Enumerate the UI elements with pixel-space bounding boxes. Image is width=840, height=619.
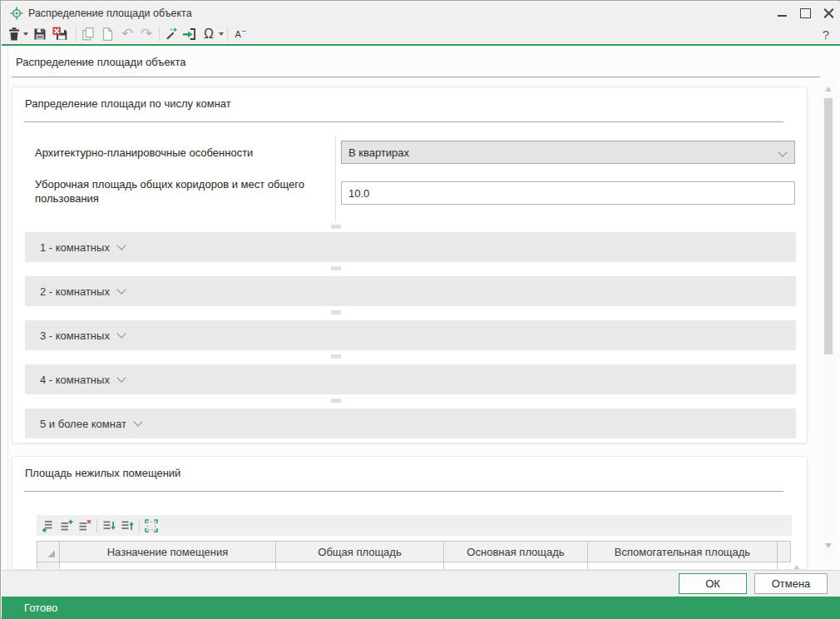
delete-row-icon [78,519,91,532]
table-cell[interactable] [444,562,588,570]
chevron-down-icon [116,240,126,250]
rooms-section-card: Рапределение площади по числу комнат Арх… [12,87,808,443]
content-left-edge [7,46,8,570]
toolbar-separator [76,27,77,42]
status-bar: Готово [2,597,840,619]
accordion-label: 4 - комнатных [40,374,110,386]
column-header-auxiliary-area[interactable]: Вспомогательная площадь [588,541,778,562]
move-row-up-button[interactable] [121,519,134,532]
accordion-4-rooms[interactable]: 4 - комнатных [25,364,796,394]
paste-button[interactable] [100,27,115,42]
splitter-tick [331,225,341,229]
close-icon [823,7,834,18]
insert-row-icon [60,519,73,532]
undo-icon: ↶ [121,27,133,42]
column-header-purpose[interactable]: Назначение помещения [60,541,276,562]
minimize-button[interactable] [770,2,793,24]
save-button[interactable] [32,27,47,42]
main-scrollbar-thumb[interactable] [824,98,833,354]
close-button[interactable] [817,2,840,24]
grid-toolbar [37,515,792,536]
toolbar-separator [227,27,228,42]
accordion-label: 2 - комнатных [40,285,110,298]
column-header-main-area[interactable]: Основная площадь [444,541,588,562]
paste-icon [100,27,115,42]
scroll-down-icon[interactable] [825,543,832,548]
accordion-2-rooms[interactable]: 2 - комнатных [25,276,796,306]
accordion-label: 5 и более комнат [40,418,126,430]
column-header-total-area[interactable]: Общая площадь [276,541,444,562]
help-icon: ? [823,27,829,42]
ok-button[interactable]: ОК [679,573,747,594]
cancel-button[interactable]: Отмена [754,573,828,594]
minus-icon: − [242,27,247,36]
accordion-1-rooms[interactable]: 1 - комнатных [25,232,796,262]
cleaning-area-input[interactable] [341,181,795,205]
delete-row-button[interactable] [78,519,91,532]
titlebar: Распределение площади объекта [2,2,840,24]
form-separator [335,136,336,222]
nonresidential-section-card: Площадь нежилых помещений [12,456,808,570]
splitter-tick [331,310,341,314]
export-excel-button[interactable] [52,27,69,42]
scroll-up-icon[interactable] [825,87,832,92]
architecture-select-value: В квартирах [348,146,409,159]
add-row-button[interactable] [42,519,55,532]
delete-button[interactable] [7,27,22,42]
symbols-dropdown-button[interactable] [219,32,224,36]
move-row-down-icon [102,519,116,532]
undo-button[interactable]: ↶ [119,27,136,42]
move-row-up-icon [121,519,134,532]
move-row-down-button[interactable] [102,519,116,532]
nonresidential-section-title: Площадь нежилых помещений [25,467,180,479]
chevron-down-icon [23,32,28,36]
grid-toolbar-separator [96,519,97,532]
table-corner-cell[interactable] [37,541,60,562]
insert-row-button[interactable] [60,519,73,532]
table-cell[interactable] [60,562,276,570]
row-header-cell[interactable] [37,562,60,570]
minimize-icon [778,15,787,17]
font-decrease-button[interactable]: A− [232,27,249,42]
accordion-label: 3 - комнатных [40,329,110,342]
import-button[interactable] [182,27,197,42]
chevron-down-icon [133,417,142,426]
expand-grid-button[interactable] [145,519,158,532]
window-title: Распределение площади объекта [28,2,192,24]
splitter-tick [331,399,341,403]
omega-icon: Ω [204,27,214,42]
field-label-cleaning-area: Уборочная площадь общих коридоров и мест… [35,177,338,206]
accordion-label: 1 - комнатных [40,241,110,254]
column-header-spacer [778,541,791,562]
app-window: Распределение площади объекта [0,0,840,619]
nonresidential-section-underline [24,491,783,492]
maximize-button[interactable] [793,2,817,24]
autofill-button[interactable] [164,27,179,42]
redo-button[interactable]: ↷ [138,27,155,42]
app-target-icon [10,7,23,20]
maximize-icon [800,8,811,18]
rooms-section-title: Рапределение площади по числу комнат [25,97,231,110]
trash-icon [7,27,22,42]
page-title: Распределение площади объекта [16,56,186,68]
chevron-down-icon [778,147,787,156]
toolbar-separator [159,27,160,42]
font-letter: A [235,29,240,39]
symbols-button[interactable]: Ω [201,27,216,42]
architecture-select[interactable]: В квартирах [341,141,795,164]
delete-dropdown-button[interactable] [23,32,28,36]
table-cell[interactable] [276,562,444,570]
save-icon [32,27,47,42]
chevron-down-icon [116,329,126,338]
accordion-3-rooms[interactable]: 3 - комнатных [25,320,796,350]
status-text: Готово [24,602,57,614]
field-label-architecture: Архитектурно-планировочные особенности [35,146,338,160]
chevron-down-icon [116,373,126,382]
help-button[interactable]: ? [820,27,832,42]
table-cell[interactable] [588,562,778,570]
copy-button[interactable] [81,27,96,42]
accordion-5-plus-rooms[interactable]: 5 и более комнат [25,409,796,438]
excel-save-icon [52,27,69,42]
copy-icon [81,27,96,42]
page-title-underline [12,77,820,77]
